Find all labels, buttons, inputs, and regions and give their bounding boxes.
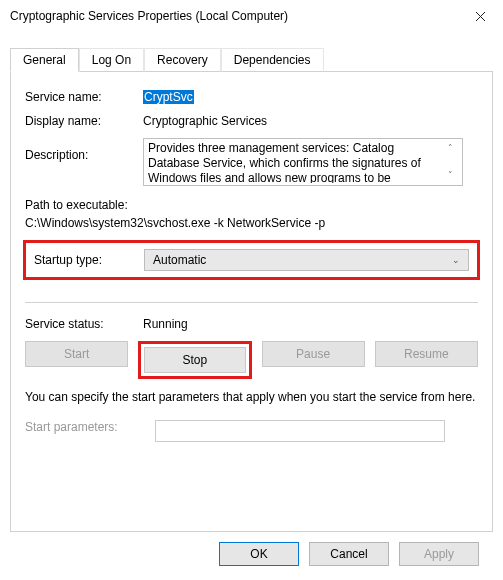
- apply-button: Apply: [399, 542, 479, 566]
- ok-button-label: OK: [250, 547, 267, 561]
- chevron-down-icon: ⌄: [452, 255, 460, 265]
- description-text: Provides three management services: Cata…: [148, 141, 442, 183]
- service-name-label: Service name:: [25, 90, 143, 104]
- description-scrollbar[interactable]: ˄ ˅: [442, 141, 458, 183]
- titlebar: Cryptographic Services Properties (Local…: [0, 0, 503, 32]
- startup-type-value: Automatic: [153, 253, 206, 267]
- cancel-button[interactable]: Cancel: [309, 542, 389, 566]
- tab-recovery[interactable]: Recovery: [144, 48, 221, 72]
- resume-button: Resume: [375, 341, 478, 367]
- start-button: Start: [25, 341, 128, 367]
- service-name-value: CryptSvc: [143, 90, 478, 104]
- start-button-label: Start: [64, 347, 89, 361]
- tab-strip: General Log On Recovery Dependencies: [10, 48, 493, 72]
- path-label: Path to executable:: [25, 196, 478, 214]
- cancel-button-label: Cancel: [330, 547, 367, 561]
- display-name-label: Display name:: [25, 114, 143, 128]
- ok-button[interactable]: OK: [219, 542, 299, 566]
- startup-type-label: Startup type:: [34, 253, 144, 267]
- stop-button[interactable]: Stop: [144, 347, 245, 373]
- close-icon[interactable]: [458, 0, 503, 32]
- dialog-button-row: OK Cancel Apply: [10, 532, 493, 566]
- service-status-value: Running: [143, 317, 478, 331]
- tab-dependencies[interactable]: Dependencies: [221, 48, 324, 72]
- start-parameters-note: You can specify the start parameters tha…: [25, 389, 478, 406]
- startup-type-highlight: Startup type: Automatic ⌄: [23, 240, 480, 280]
- tab-recovery-label: Recovery: [157, 53, 208, 67]
- tab-general[interactable]: General: [10, 48, 79, 72]
- start-parameters-input: [155, 420, 445, 442]
- start-parameters-label: Start parameters:: [25, 420, 155, 434]
- path-value: C:\Windows\system32\svchost.exe -k Netwo…: [25, 214, 478, 232]
- chevron-up-icon[interactable]: ˄: [448, 141, 453, 156]
- stop-button-highlight: Stop: [138, 341, 251, 379]
- tab-general-label: General: [23, 53, 66, 67]
- tab-log-on[interactable]: Log On: [79, 48, 144, 72]
- display-name-value: Cryptographic Services: [143, 114, 478, 128]
- stop-button-label: Stop: [183, 353, 208, 367]
- tab-log-on-label: Log On: [92, 53, 131, 67]
- service-control-buttons: Start Stop Pause Resume: [25, 341, 478, 379]
- service-status-label: Service status:: [25, 317, 143, 331]
- window-title: Cryptographic Services Properties (Local…: [10, 9, 458, 23]
- tab-dependencies-label: Dependencies: [234, 53, 311, 67]
- startup-type-dropdown[interactable]: Automatic ⌄: [144, 249, 469, 271]
- description-label: Description:: [25, 138, 143, 162]
- apply-button-label: Apply: [424, 547, 454, 561]
- pause-button-label: Pause: [296, 347, 330, 361]
- pause-button: Pause: [262, 341, 365, 367]
- chevron-down-icon[interactable]: ˅: [448, 168, 453, 183]
- general-panel: Service name: CryptSvc Display name: Cry…: [10, 72, 493, 532]
- separator: [25, 302, 478, 303]
- description-box[interactable]: Provides three management services: Cata…: [143, 138, 463, 186]
- service-name-text[interactable]: CryptSvc: [143, 90, 194, 104]
- resume-button-label: Resume: [404, 347, 449, 361]
